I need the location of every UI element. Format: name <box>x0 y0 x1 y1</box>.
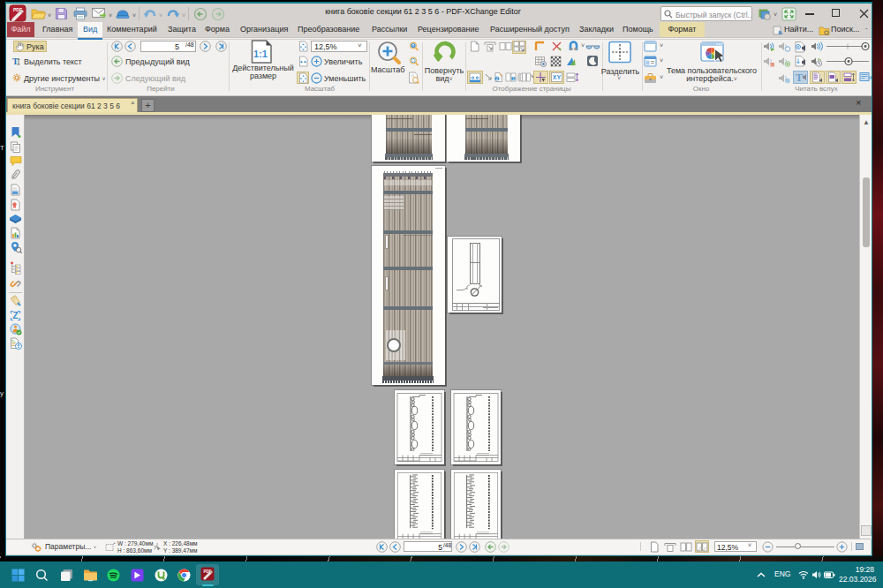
svg-text:XY: XY <box>553 74 562 80</box>
svg-text:1:1: 1:1 <box>253 49 268 59</box>
svg-text:Z: Z <box>12 311 18 320</box>
svg-text:T: T <box>796 72 803 83</box>
svg-text:2: 2 <box>496 76 499 81</box>
